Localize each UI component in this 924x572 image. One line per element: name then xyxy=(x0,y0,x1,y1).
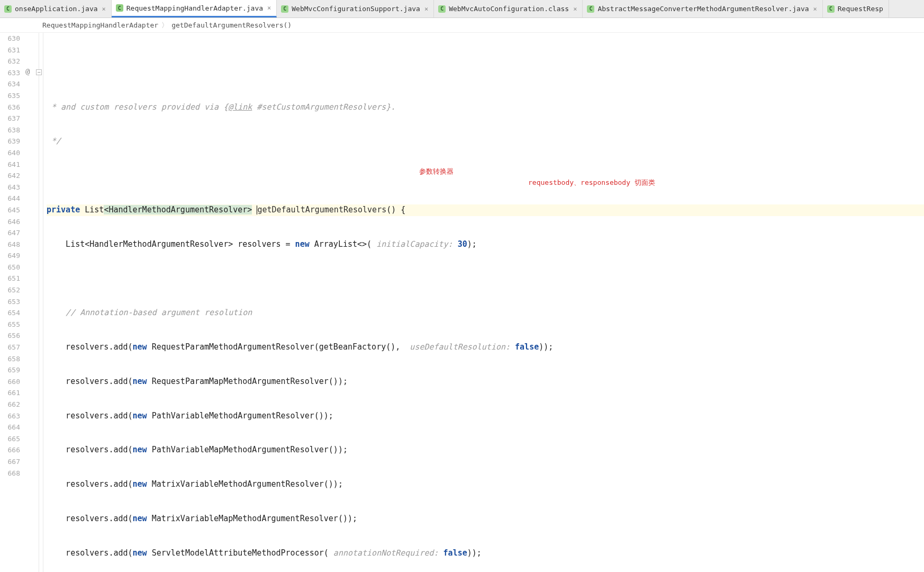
fold-column: − xyxy=(35,33,43,572)
breadcrumb[interactable]: RequestMappingHandlerAdapter 〉 getDefaul… xyxy=(0,18,924,33)
tab-request-resp[interactable]: CRequestResp xyxy=(823,0,889,17)
editor-tabs: ConseApplication.java× CRequestMappingHa… xyxy=(0,0,924,18)
java-class-icon: C xyxy=(281,5,288,13)
method-signature-line[interactable]: private List<HandlerMethodArgumentResolv… xyxy=(47,204,924,216)
close-icon[interactable]: × xyxy=(267,4,271,12)
line-gutter: 6306316326336346356366376386396406416426… xyxy=(0,33,24,572)
tab-webmvc-config-support[interactable]: CWebMvcConfigurationSupport.java× xyxy=(277,0,434,17)
close-icon[interactable]: × xyxy=(573,5,577,13)
annotation-column: @ xyxy=(24,33,35,572)
override-marker-icon[interactable]: @ xyxy=(25,67,30,76)
javadoc: * and custom resolvers provided via {@li… xyxy=(47,102,395,112)
tab-request-mapping-adapter[interactable]: CRequestMappingHandlerAdapter.java× xyxy=(112,0,277,17)
java-class-icon: C xyxy=(827,5,835,13)
close-icon[interactable]: × xyxy=(813,5,817,13)
breadcrumb-class[interactable]: RequestMappingHandlerAdapter xyxy=(42,21,158,29)
fold-collapse-icon[interactable]: − xyxy=(36,69,42,75)
breadcrumb-method[interactable]: getDefaultArgumentResolvers() xyxy=(171,21,292,29)
code-area[interactable]: 参数转换器 requestbody、responsebody 切面类 * and… xyxy=(47,33,924,572)
java-class-icon: C xyxy=(438,5,446,13)
tab-webmvc-autoconfig[interactable]: CWebMvcAutoConfiguration.class× xyxy=(434,0,583,17)
java-class-icon: C xyxy=(587,5,594,13)
code-editor[interactable]: 6306316326336346356366376386396406416426… xyxy=(0,33,924,572)
java-class-icon: C xyxy=(4,5,12,13)
close-icon[interactable]: × xyxy=(424,5,428,13)
java-class-icon: C xyxy=(116,4,123,12)
annotation-aspect-class: requestbody、responsebody 切面类 xyxy=(528,177,655,189)
tab-abstract-message-converter[interactable]: CAbstractMessageConverterMethodArgumentR… xyxy=(583,0,822,17)
chevron-right-icon: 〉 xyxy=(158,21,171,30)
tab-application[interactable]: ConseApplication.java× xyxy=(0,0,112,17)
close-icon[interactable]: × xyxy=(102,5,106,13)
annotation-param-converter: 参数转换器 xyxy=(419,166,454,177)
